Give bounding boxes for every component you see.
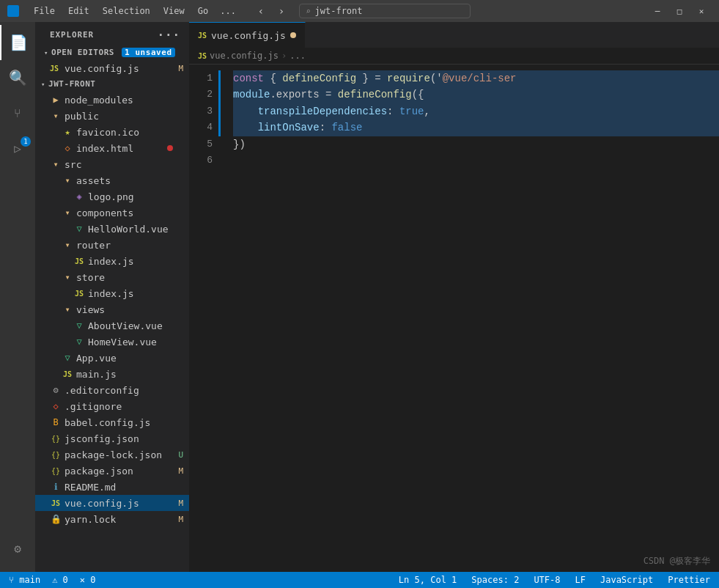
breadcrumb-section: ...	[290, 51, 306, 61]
folder-icon: ▾	[62, 175, 73, 185]
menu-more[interactable]: ...	[215, 4, 240, 18]
project-section[interactable]: ▾ JWT-FRONT	[35, 76, 189, 92]
file-vue-config[interactable]: JS vue.config.js M	[35, 495, 189, 511]
nav-forward-button[interactable]: ›	[273, 2, 290, 20]
file-badge: U	[178, 450, 183, 460]
file-name: babel.config.js	[64, 417, 150, 428]
breadcrumb-sep: ›	[281, 51, 287, 61]
folder-public[interactable]: ▾ public	[35, 108, 189, 124]
folder-views[interactable]: ▾ views	[35, 301, 189, 317]
menu-edit[interactable]: Edit	[62, 4, 95, 18]
menu-go[interactable]: Go	[192, 4, 214, 18]
file-readme[interactable]: ℹ README.md	[35, 479, 189, 495]
file-homeview[interactable]: ▽ HomeView.vue	[35, 334, 189, 350]
file-name: yarn.lock	[64, 514, 116, 525]
code-line-2: module.exports = defineConfig({	[233, 87, 719, 103]
folder-name: components	[76, 207, 133, 218]
folder-name: store	[76, 272, 105, 283]
tab-modified-dot	[290, 32, 296, 38]
code-editor[interactable]: 1 2 3 4 5 6 const { defineConfig } = req…	[189, 65, 719, 572]
file-badge: M	[178, 499, 183, 508]
folder-icon: ▾	[62, 207, 73, 218]
file-icon: ▽	[73, 337, 85, 347]
sidebar-more-button[interactable]: ···	[157, 28, 180, 42]
file-icon: {}	[50, 435, 62, 443]
menu-file[interactable]: File	[28, 4, 61, 18]
main-layout: 📄 🔍 ⑂ ▷ 1 ⚙ EXPLORER ··· ▾ OPEN EDITORS …	[0, 22, 719, 572]
line-numbers: 1 2 3 4 5 6	[189, 65, 218, 572]
activity-search[interactable]: 🔍	[0, 60, 35, 95]
activity-source-control[interactable]: ⑂	[0, 95, 35, 131]
file-name: index.html	[76, 143, 133, 154]
file-name: package-lock.json	[64, 449, 162, 460]
file-jsconfig[interactable]: {} jsconfig.json	[35, 430, 189, 446]
tab-vue-config[interactable]: JS vue.config.js	[189, 22, 306, 48]
folder-components[interactable]: ▾ components	[35, 205, 189, 221]
file-yarn-lock[interactable]: 🔒 yarn.lock M	[35, 511, 189, 527]
maximize-button[interactable]: □	[669, 2, 690, 20]
sidebar-title: EXPLORER	[50, 30, 94, 40]
file-badge: M	[178, 515, 183, 524]
search-bar[interactable]: ⌕ jwt-front	[299, 4, 471, 18]
file-name: HelloWorld.vue	[88, 224, 169, 235]
search-icon: ⌕	[306, 7, 311, 16]
menu-selection[interactable]: Selection	[97, 4, 156, 18]
file-babel[interactable]: B babel.config.js	[35, 414, 189, 430]
file-app-vue[interactable]: ▽ App.vue	[35, 350, 189, 366]
file-logo-png[interactable]: ◈ logo.png	[35, 188, 189, 205]
file-name: .gitignore	[64, 401, 122, 412]
file-icon: {}	[50, 467, 62, 475]
menu-view[interactable]: View	[158, 4, 191, 18]
folder-assets[interactable]: ▾ assets	[35, 172, 189, 188]
close-button[interactable]: ✕	[691, 2, 712, 20]
file-helloworld[interactable]: ▽ HelloWorld.vue	[35, 221, 189, 237]
folder-icon: ▾	[50, 159, 62, 169]
window-controls: ─ □ ✕	[647, 2, 712, 20]
file-store-index[interactable]: JS index.js	[35, 285, 189, 301]
file-name: jsconfig.json	[64, 433, 139, 444]
status-encoding[interactable]: UTF-8	[531, 575, 563, 585]
file-index-html[interactable]: ◇ index.html	[35, 140, 189, 156]
file-icon: ▽	[73, 224, 85, 234]
file-icon: {}	[50, 451, 62, 459]
status-cursor[interactable]: Ln 5, Col 1	[396, 575, 460, 585]
folder-node-modules[interactable]: ▶ node_modules	[35, 92, 189, 108]
status-spaces[interactable]: Spaces: 2	[468, 575, 522, 585]
project-label: JWT-FRONT	[48, 79, 96, 89]
nav-back-button[interactable]: ‹	[252, 2, 270, 20]
activity-run-debug[interactable]: ▷ 1	[0, 131, 35, 166]
status-warnings[interactable]: ⚠ 0	[49, 575, 71, 585]
status-branch[interactable]: ⑂ main	[6, 575, 43, 585]
code-line-4: lintOnSave: false	[233, 120, 719, 136]
file-icon: JS	[73, 257, 85, 265]
activity-explorer[interactable]: 📄	[0, 25, 35, 60]
open-editors-section[interactable]: ▾ OPEN EDITORS 1 unsaved	[35, 45, 189, 60]
open-editor-vue-config[interactable]: JS vue.config.js M	[35, 60, 189, 76]
file-router-index[interactable]: JS index.js	[35, 253, 189, 269]
status-eol[interactable]: LF	[572, 575, 589, 585]
file-package-lock[interactable]: {} package-lock.json U	[35, 446, 189, 463]
file-name: HomeView.vue	[88, 337, 157, 348]
file-favicon[interactable]: ★ favicon.ico	[35, 124, 189, 140]
code-content[interactable]: const { defineConfig } = require('@vue/c…	[221, 65, 719, 572]
file-icon: ℹ	[50, 482, 62, 492]
file-name: .editorconfig	[64, 385, 139, 396]
file-aboutview[interactable]: ▽ AboutView.vue	[35, 317, 189, 334]
status-language[interactable]: JavaScript	[597, 575, 656, 585]
file-gitignore[interactable]: ◇ .gitignore	[35, 398, 189, 414]
activity-extensions[interactable]: ⚙	[0, 531, 35, 566]
line-num-6: 6	[189, 152, 213, 169]
file-main-js[interactable]: JS main.js	[35, 366, 189, 382]
folder-src[interactable]: ▾ src	[35, 156, 189, 172]
file-package[interactable]: {} package.json M	[35, 463, 189, 479]
minimize-button[interactable]: ─	[647, 2, 668, 20]
folder-router[interactable]: ▾ router	[35, 237, 189, 253]
file-name: README.md	[64, 482, 116, 493]
file-editorconfig[interactable]: ⚙ .editorconfig	[35, 382, 189, 398]
folder-name: router	[76, 240, 111, 251]
folder-store[interactable]: ▾ store	[35, 269, 189, 285]
line-num-4: 4	[189, 120, 213, 136]
status-errors[interactable]: ✕ 0	[77, 575, 99, 585]
status-formatter[interactable]: Prettier	[665, 575, 713, 585]
file-icon: JS	[62, 370, 73, 378]
